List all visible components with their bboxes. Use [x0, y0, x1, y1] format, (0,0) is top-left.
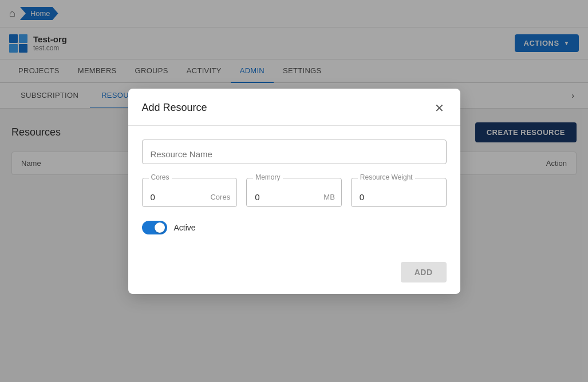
weight-col: Resource Weight	[351, 178, 447, 189]
cores-col: Cores Cores	[142, 178, 238, 189]
add-resource-modal: Add Resource ✕ Cores Cores Memory MB	[128, 89, 460, 189]
cores-label: Cores	[149, 173, 172, 181]
metrics-row: Cores Cores Memory MB Resource Weight	[142, 178, 447, 189]
modal-title: Add Resource	[142, 102, 207, 114]
resource-name-input[interactable]	[142, 140, 447, 164]
resource-name-group	[142, 140, 447, 164]
modal-overlay: Add Resource ✕ Cores Cores Memory MB	[0, 0, 588, 189]
modal-header: Add Resource ✕	[128, 89, 460, 126]
weight-label: Resource Weight	[358, 173, 415, 181]
memory-label: Memory	[253, 173, 282, 181]
memory-col: Memory MB	[246, 178, 342, 189]
modal-body: Cores Cores Memory MB Resource Weight	[128, 126, 460, 189]
modal-close-button[interactable]: ✕	[432, 100, 447, 116]
